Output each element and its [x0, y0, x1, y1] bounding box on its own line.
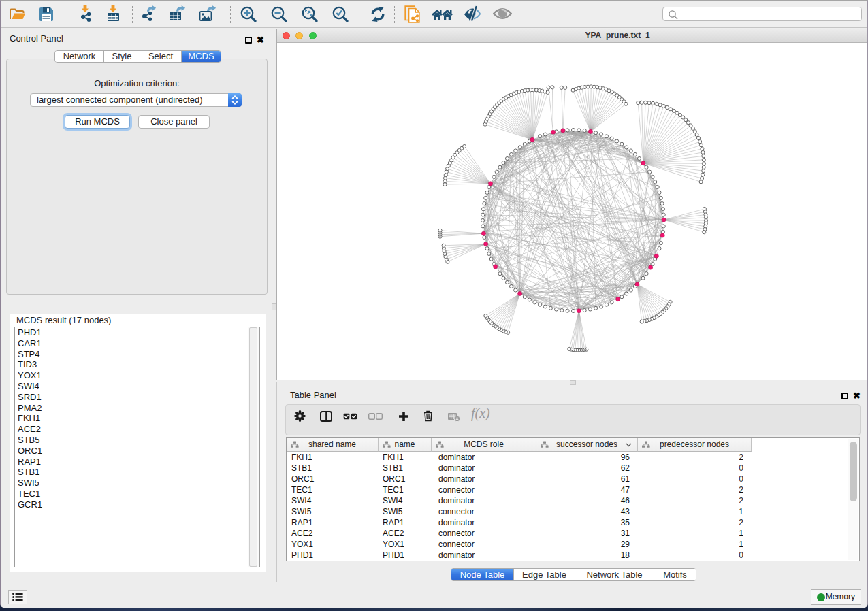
svg-text:f(x): f(x) [471, 406, 490, 421]
